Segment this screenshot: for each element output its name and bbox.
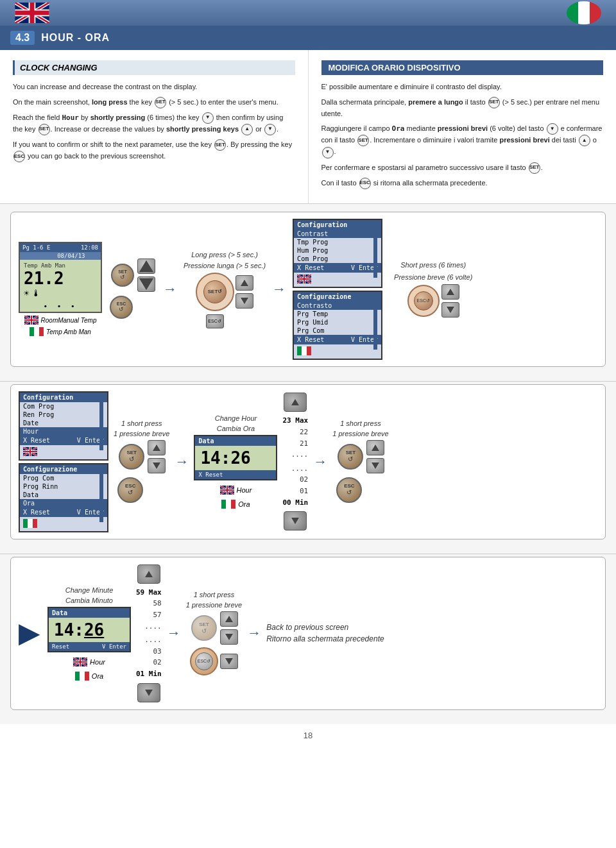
d2-up-arrow-r[interactable] [366,440,384,455]
title-bar: 4.3 HOUR - ORA [0,26,616,50]
d3-change-minute-it: Cambia Minuto [65,597,113,604]
screen-bottom-dots: • • • [20,301,101,312]
d2-short-press2-it: 1 pressione breve [332,430,388,437]
set-button-d1[interactable]: SET ↺ [111,264,134,287]
d2-val-list-down: .... 02 01 00 Min [282,463,308,508]
d3-up-arrow[interactable] [220,611,238,627]
svg-marker-88 [225,658,233,665]
d3-change-minute-en: Change Minute [65,586,114,594]
d3-data-footer: Reset V Enter [49,642,130,651]
d3-val-up-arrow[interactable] [137,564,160,584]
svg-rect-67 [231,500,235,509]
hand-set-illustration: SET↺ [196,273,253,311]
d2-down-arrow-r[interactable] [366,458,384,473]
d3-flag-en: Hour [73,657,105,666]
config2-en-flag [20,445,107,459]
d3-set-button[interactable]: SET ↺ [191,615,217,641]
config2-it-item-1: Prog Com [20,474,107,482]
screen-pg: Pg 1-6 E [22,244,50,251]
svg-rect-37 [297,346,302,355]
d2-val-up-arrow[interactable] [284,393,307,412]
d3-arrow-1: → [167,625,181,641]
d2-up-arrow[interactable] [148,440,166,455]
config2-en-item-1: Com Prog [20,402,107,411]
svg-marker-71 [372,462,379,469]
config-it-item-4: Prg Com [294,326,381,335]
config-en-item-4: Com Prog [294,255,381,263]
d3-down-arrow[interactable] [220,629,238,645]
d2-short-press-en: 1 short press [121,420,162,427]
it-flag-header [565,1,603,24]
config-it-item-1: Contrasto [294,301,381,310]
long-press-label-en: Long press (> 5 sec.) [191,250,258,259]
svg-marker-84 [145,571,153,577]
svg-rect-11 [590,1,601,24]
hand-up-arrow [235,275,253,291]
svg-rect-66 [226,500,231,509]
down-arrow-d1[interactable] [137,276,155,292]
d3-footer-right: V Enter [102,643,126,650]
long-press-label-it: Pressione lunga (> 5 sec.) [184,261,266,270]
svg-marker-69 [291,518,299,524]
d3-back-label-it: Ritorno alla schermata precedente [266,634,384,643]
d3-flag-it: Ora [75,672,103,681]
d2-arrow-1: → [175,454,189,470]
d3-esc-side[interactable] [220,654,238,669]
hand-down-arrow [235,293,253,309]
diagram-1-box: Pg 1-6 E 12:08 08/04/13 Temp Amb Man 21.… [10,212,606,367]
svg-rect-51 [23,519,28,528]
svg-rect-8 [15,10,49,15]
config2-it-flag [20,517,107,531]
config-menu-it: Configurazione Contrasto Prg Temp Prg Um… [293,291,382,360]
esc-button-d1[interactable]: ESC ↺ [110,296,133,319]
screen-label-it: Temp Amb Man [30,327,91,336]
arrow-1: → [163,281,177,298]
config2-it-item-2: Prog Rinn [20,482,107,491]
d2-data-body: 14:26 [195,446,276,470]
svg-marker-24 [139,260,153,272]
left-section-title: CLOCK CHANGING [13,60,295,75]
left-para-1: You can increase and decrease the contra… [13,81,295,93]
svg-marker-54 [153,445,160,451]
svg-marker-27 [241,298,248,304]
screen-date: 08/04/13 [20,252,101,260]
d3-short-press-it: 1 pressione breve [186,601,242,609]
d2-val-down-arrow[interactable] [284,511,307,530]
d3-big-arrow: ▶ [19,620,42,646]
diagram-section-2: Configuration Com Prog Ren Prog Date Hou… [0,381,616,554]
svg-rect-39 [307,346,311,355]
screen-label-it-text: Temp Amb Man [46,328,91,335]
config-en-flag [294,273,381,287]
svg-rect-38 [302,346,307,355]
svg-marker-70 [372,445,379,451]
svg-rect-10 [578,1,590,24]
config-it-item-3: Prg Umid [294,318,381,326]
d2-down-arrow[interactable] [148,458,166,473]
d2-set-button-r[interactable]: SET ↺ [338,444,363,470]
d2-change-hour-en: Change Hour [215,414,257,422]
right-para-1: E' possibile aumentare e diminuire il co… [321,81,604,93]
diagram-2-box: Configuration Com Prog Ren Prog Date Hou… [10,384,606,539]
screen-label-uk: RoomManual Temp [24,316,97,325]
svg-rect-21 [30,327,34,336]
svg-rect-9 [567,1,578,24]
svg-marker-68 [291,399,299,405]
d3-val-down-arrow[interactable] [137,683,160,702]
d3-flag-en-text: Hour [90,658,105,666]
config2-it-item-4: Ora [20,499,107,507]
config-menu-en: Configuration Contrast Tmp Prog Hum Prog… [293,219,382,288]
svg-rect-83 [85,672,89,681]
config-it-flag [294,344,381,359]
svg-marker-26 [241,280,248,286]
svg-marker-85 [145,690,153,696]
d3-arrow-2: → [247,625,261,641]
d2-val-list-up: 23 Max 22 21 .... [282,415,308,460]
d2-esc-button[interactable]: ESC ↺ [117,477,143,503]
config-en-item-2: Tmp Prog [294,238,381,246]
d2-set-button[interactable]: SET ↺ [119,444,144,470]
screen-icons: ☀🌡 [24,288,97,298]
d3-time-display: 14:26 [54,620,124,640]
d2-esc-button-r[interactable]: ESC ↺ [336,477,362,503]
up-arrow-d1[interactable] [137,259,155,274]
svg-rect-65 [221,500,226,509]
